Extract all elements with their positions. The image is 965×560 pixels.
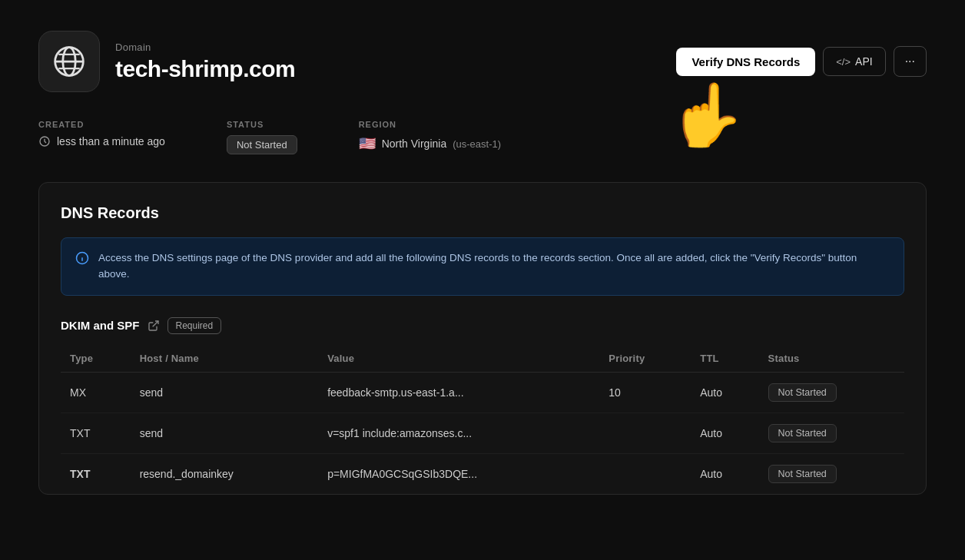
cell-priority-1	[599, 413, 691, 453]
dns-info-box: Access the DNS settings page of the DNS …	[61, 237, 904, 296]
cell-priority-0: 10	[599, 372, 691, 413]
dns-records-table: Type Host / Name Value Priority TTL Stat…	[61, 345, 904, 494]
code-icon: </>	[836, 56, 851, 68]
created-label: CREATED	[38, 120, 165, 129]
us-flag-icon: 🇺🇸	[359, 135, 376, 152]
created-time: less than a minute ago	[57, 135, 165, 147]
region-name: North Virginia	[382, 138, 447, 150]
domain-header: Domain tech-shrimp.com Verify DNS Record…	[38, 31, 927, 92]
info-icon	[75, 251, 89, 265]
col-status: Status	[759, 345, 904, 373]
external-link-icon[interactable]	[148, 320, 160, 332]
col-host: Host / Name	[131, 345, 319, 373]
status-value: Not Started	[227, 135, 297, 154]
domain-label: Domain	[115, 41, 295, 53]
cell-ttl-1: Auto	[691, 413, 758, 453]
cell-status-2: Not Started	[759, 453, 904, 494]
table-header-row: Type Host / Name Value Priority TTL Stat…	[61, 345, 904, 373]
region-value: 🇺🇸 North Virginia (us-east-1)	[359, 135, 501, 152]
status-label: STATUS	[227, 120, 297, 129]
not-started-badge-2: Not Started	[768, 465, 837, 483]
status-badge: Not Started	[227, 135, 297, 154]
cell-ttl-2: Auto	[691, 453, 758, 494]
meta-row: CREATED less than a minute ago STATUS No…	[38, 120, 927, 154]
created-meta: CREATED less than a minute ago	[38, 120, 165, 154]
domain-icon	[38, 31, 100, 92]
domain-header-left: Domain tech-shrimp.com	[38, 31, 295, 92]
cell-type-0: MX	[61, 372, 131, 413]
created-value: less than a minute ago	[38, 135, 165, 147]
dns-info-text: Access the DNS settings page of the DNS …	[98, 250, 890, 283]
cell-host-0: send	[131, 372, 319, 413]
cell-type-1: TXT	[61, 413, 131, 453]
required-badge: Required	[167, 317, 222, 334]
cell-value-2: p=MIGfMA0GCSqGSIb3DQE...	[318, 453, 599, 494]
col-ttl: TTL	[691, 345, 758, 373]
cell-ttl-0: Auto	[691, 372, 758, 413]
region-label: REGION	[359, 120, 501, 129]
col-priority: Priority	[599, 345, 691, 373]
more-options-button[interactable]: ···	[894, 46, 927, 77]
col-type: Type	[61, 345, 131, 373]
cell-host-1: send	[131, 413, 319, 453]
region-code: (us-east-1)	[453, 138, 501, 150]
verify-dns-button[interactable]: Verify DNS Records	[676, 48, 815, 76]
cell-type-2: TXT	[61, 453, 131, 494]
not-started-badge-0: Not Started	[768, 383, 837, 402]
clock-icon	[38, 135, 51, 147]
not-started-badge-1: Not Started	[768, 424, 837, 442]
header-actions: Verify DNS Records </> API ···	[676, 46, 927, 77]
dns-records-section: DNS Records Access the DNS settings page…	[38, 182, 927, 495]
cell-value-1: v=spf1 include:amazonses.c...	[318, 413, 599, 453]
api-label: API	[855, 55, 873, 68]
dkim-spf-header: DKIM and SPF Required	[61, 317, 904, 334]
table-row: TXT send v=spf1 include:amazonses.c... A…	[61, 413, 904, 453]
globe-icon	[52, 45, 86, 78]
table-row: MX send feedback-smtp.us-east-1.a... 10 …	[61, 372, 904, 413]
api-button[interactable]: </> API	[823, 47, 885, 76]
dns-records-title: DNS Records	[61, 204, 904, 222]
cell-host-2: resend._domainkey	[131, 453, 319, 494]
svg-line-9	[152, 321, 158, 326]
dkim-spf-title: DKIM and SPF	[61, 319, 140, 332]
cell-priority-2	[599, 453, 691, 494]
col-value: Value	[318, 345, 599, 373]
cell-status-1: Not Started	[759, 413, 904, 453]
cell-status-0: Not Started	[759, 372, 904, 413]
cell-value-0: feedback-smtp.us-east-1.a...	[318, 372, 599, 413]
region-meta: REGION 🇺🇸 North Virginia (us-east-1)	[359, 120, 501, 154]
domain-name: tech-shrimp.com	[115, 56, 295, 82]
domain-info: Domain tech-shrimp.com	[115, 41, 295, 82]
status-meta: STATUS Not Started	[227, 120, 297, 154]
table-row: TXT resend._domainkey p=MIGfMA0GCSqGSIb3…	[61, 453, 904, 494]
